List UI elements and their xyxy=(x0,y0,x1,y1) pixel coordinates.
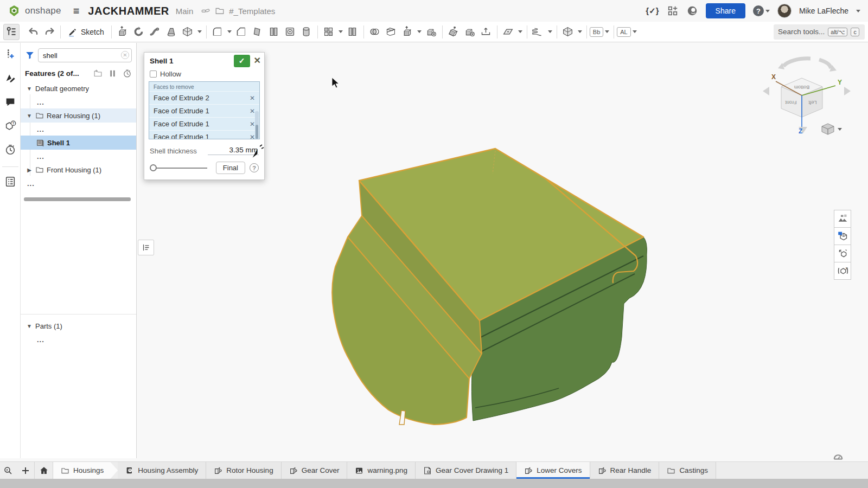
views-dropdown-chevron-icon[interactable] xyxy=(576,24,584,40)
learning-center-icon[interactable] xyxy=(686,5,698,17)
face-list-item[interactable]: Face of Extrude 1✕ xyxy=(149,104,259,117)
breadcrumb[interactable]: #_Templates xyxy=(229,7,275,16)
new-folder-icon[interactable] xyxy=(93,69,103,78)
fillet-button[interactable] xyxy=(209,24,226,40)
remove-face-icon[interactable]: ✕ xyxy=(250,120,255,128)
pause-icon[interactable] xyxy=(108,69,117,78)
section-view-button[interactable] xyxy=(834,227,851,245)
final-button[interactable]: Final xyxy=(216,162,245,174)
close-dialog-button[interactable]: ✕ xyxy=(254,56,261,65)
replace-face-button[interactable] xyxy=(462,24,478,40)
chamfer-button[interactable] xyxy=(233,24,250,40)
bb-tool-button[interactable]: Bb xyxy=(590,27,603,37)
tree-row-rear-housing[interactable]: ▼ Rear Housing (1) xyxy=(21,108,136,123)
help-menu[interactable]: ? xyxy=(753,5,770,16)
extrude-button[interactable] xyxy=(114,24,131,40)
avatar[interactable] xyxy=(777,4,792,18)
pan-left-arrow-icon[interactable] xyxy=(763,87,769,95)
parts-header-row[interactable]: ▼ Parts (1) xyxy=(21,319,136,333)
chevron-down-icon[interactable]: ▼ xyxy=(26,323,33,329)
fillet-dropdown-chevron-icon[interactable] xyxy=(226,24,233,40)
new-tab-button[interactable] xyxy=(16,462,35,479)
tab-castings-folder[interactable]: Castings xyxy=(659,462,716,479)
tree-row-default-geometry[interactable]: ▼ Default geometry xyxy=(21,81,136,95)
onshape-logo-icon[interactable] xyxy=(8,4,21,17)
view-options-button[interactable] xyxy=(822,124,842,134)
tab-housing-assembly[interactable]: Housing Assembly xyxy=(118,462,206,479)
redo-button[interactable] xyxy=(41,24,58,40)
edit-appearance-button[interactable] xyxy=(2,70,18,86)
feature-list-flyout-handle[interactable] xyxy=(138,240,154,255)
performance-button[interactable] xyxy=(2,142,18,158)
tab-rotor-housing[interactable]: Rotor Housing xyxy=(206,462,281,479)
tab-search-button[interactable] xyxy=(0,462,16,479)
user-menu-chevron-icon[interactable] xyxy=(856,10,860,12)
feature-list-toggle-button[interactable] xyxy=(3,24,20,40)
linear-pattern-button[interactable] xyxy=(321,24,337,40)
hole-button[interactable] xyxy=(282,24,298,40)
thicken-button[interactable] xyxy=(180,24,196,40)
remove-face-icon[interactable]: ✕ xyxy=(250,133,255,140)
hollow-checkbox[interactable] xyxy=(150,70,157,78)
insert-feature-button[interactable] xyxy=(2,46,18,62)
filter-funnel-icon[interactable] xyxy=(25,50,35,60)
remove-face-icon[interactable]: ✕ xyxy=(250,94,255,102)
tab-rear-handle[interactable]: Rear Handle xyxy=(590,462,660,479)
comments-button[interactable] xyxy=(2,94,18,110)
clear-filter-icon[interactable]: ✕ xyxy=(121,51,129,59)
face-list-item[interactable]: Face of Extrude 2✕ xyxy=(149,91,259,104)
faces-to-remove-list[interactable]: Faces to remove Face of Extrude 2✕ Face … xyxy=(149,81,260,139)
plane-dropdown-chevron-icon[interactable] xyxy=(516,24,524,40)
al-tool-button[interactable]: AL xyxy=(617,27,630,37)
sketch-button[interactable]: Sketch xyxy=(63,24,108,40)
chevron-down-icon[interactable]: ▼ xyxy=(26,86,33,92)
commit-checkmark-button[interactable]: ✓ xyxy=(234,55,250,67)
rotate-ccw-arrow-icon[interactable] xyxy=(783,59,810,66)
tree-row-front-housing[interactable]: ▶ Front Housing (1) xyxy=(21,163,136,177)
parts-row-ellipsis[interactable]: ... xyxy=(21,333,136,346)
tree-row-shell-1[interactable]: Shell 1 xyxy=(21,136,136,150)
tree-row-filtered-ellipsis[interactable]: ... xyxy=(21,177,136,190)
apps-grid-icon[interactable] xyxy=(667,5,679,17)
offset-surface-button[interactable] xyxy=(478,24,494,40)
model-info-button[interactable] xyxy=(2,118,18,134)
boolean-button[interactable] xyxy=(367,24,383,40)
plane-button[interactable] xyxy=(500,24,516,40)
face-list-item[interactable]: Face of Extrude 1✕ xyxy=(149,117,259,130)
mirror-button[interactable] xyxy=(344,24,361,40)
face-list-item[interactable]: Face of Extrude 1✕ xyxy=(149,130,259,139)
thicken-dropdown-chevron-icon[interactable] xyxy=(196,24,203,40)
rotate-cw-arrow-icon[interactable] xyxy=(819,60,831,68)
main-menu-icon[interactable]: ≡ xyxy=(73,5,80,16)
transform-dropdown-chevron-icon[interactable] xyxy=(416,24,423,40)
exploded-view-button[interactable] xyxy=(834,245,851,262)
bb-dropdown-chevron-icon[interactable] xyxy=(603,24,611,40)
slider-knob[interactable] xyxy=(150,164,157,171)
home-tab-button[interactable] xyxy=(35,462,53,479)
helix-button[interactable] xyxy=(530,24,546,40)
workspace-label[interactable]: Main xyxy=(176,7,194,16)
display-states-button[interactable] xyxy=(834,210,851,228)
share-button[interactable]: Share xyxy=(706,3,745,18)
delete-part-button[interactable] xyxy=(423,24,439,40)
sweep-button[interactable] xyxy=(147,24,163,40)
draft-button[interactable] xyxy=(250,24,266,40)
dialog-help-icon[interactable]: ? xyxy=(250,163,259,172)
tree-row-filtered-ellipsis[interactable]: ... xyxy=(21,150,136,163)
tab-housings-folder[interactable]: Housings xyxy=(53,462,118,479)
tab-gear-cover-drawing-1[interactable]: Gear Cover Drawing 1 xyxy=(416,462,516,479)
pattern-dropdown-chevron-icon[interactable] xyxy=(337,24,344,40)
chevron-right-icon[interactable]: ▶ xyxy=(26,167,33,173)
named-positions-button[interactable] xyxy=(834,262,851,280)
helix-dropdown-chevron-icon[interactable] xyxy=(546,24,554,40)
rib-button[interactable] xyxy=(266,24,282,40)
tab-lower-covers[interactable]: Lower Covers xyxy=(516,462,590,479)
versions-icon[interactable]: {✓} xyxy=(646,6,659,16)
rollback-clock-icon[interactable] xyxy=(123,69,132,78)
named-views-button[interactable] xyxy=(560,24,576,40)
split-button[interactable] xyxy=(383,24,399,40)
tree-row-filtered-ellipsis[interactable]: ... xyxy=(21,123,136,136)
remove-face-icon[interactable]: ✕ xyxy=(250,107,255,115)
shell-thickness-input[interactable]: 3.35 mm xyxy=(208,146,259,155)
tree-row-filtered-ellipsis[interactable]: ... xyxy=(21,95,136,108)
